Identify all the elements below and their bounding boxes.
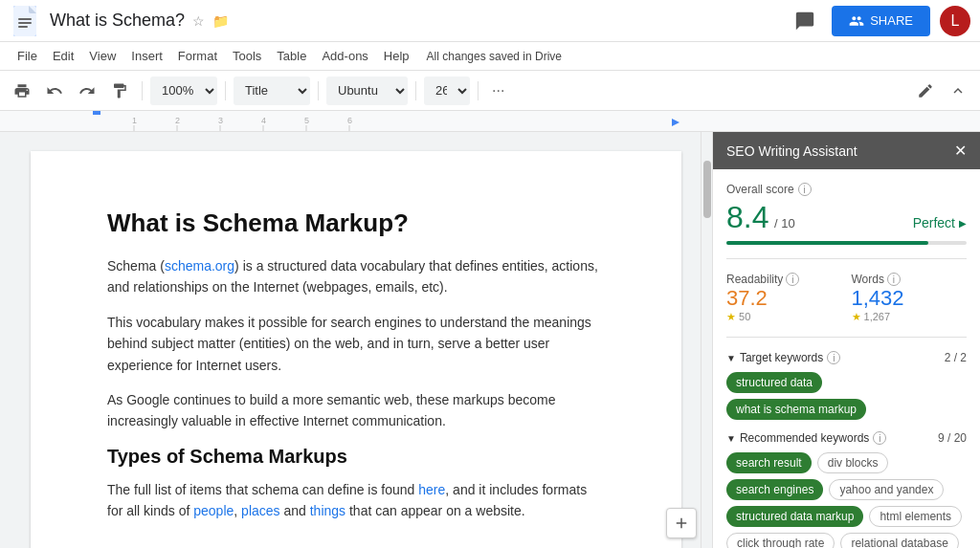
scrollbar-track[interactable] xyxy=(701,132,712,548)
target-keywords-count: 2 / 2 xyxy=(945,351,967,364)
score-denom: / 10 xyxy=(774,216,795,230)
doc-area[interactable]: What is Schema Markup? Schema (schema.or… xyxy=(0,132,712,548)
readability-info-icon[interactable]: i xyxy=(786,273,799,286)
seo-title: SEO Writing Assistant xyxy=(726,143,858,159)
print-button[interactable] xyxy=(8,78,36,103)
rec-tag-relational-database[interactable]: relational database xyxy=(840,533,958,548)
rec-tag-search-result[interactable]: search result xyxy=(726,452,812,473)
star-icon[interactable]: ☆ xyxy=(192,13,205,29)
recommended-keyword-tags: search result div blocks search engines … xyxy=(726,452,967,548)
menu-table[interactable]: Table xyxy=(269,45,314,67)
readability-label: Readability i xyxy=(726,273,842,286)
divider-4 xyxy=(415,81,416,100)
menu-file[interactable]: File xyxy=(10,45,45,67)
svg-text:3: 3 xyxy=(218,116,223,125)
svg-text:6: 6 xyxy=(347,116,352,125)
main-layout: What is Schema Markup? Schema (schema.or… xyxy=(0,132,980,548)
menu-bar: File Edit View Insert Format Tools Table… xyxy=(0,42,980,71)
svg-text:5: 5 xyxy=(304,116,309,125)
target-keywords-section: ▼ Target keywords i 2 / 2 structured dat… xyxy=(726,351,967,420)
recommended-keywords-section: ▼ Recommended keywords i 9 / 20 search r… xyxy=(726,431,967,548)
menu-addons[interactable]: Add-ons xyxy=(314,45,375,67)
things-link[interactable]: things xyxy=(310,503,345,518)
seo-header: SEO Writing Assistant ✕ xyxy=(713,132,980,169)
people-link[interactable]: people xyxy=(193,503,234,518)
title-info: What is Schema? ☆ 📁 xyxy=(50,11,788,31)
doc-title-text: What is Schema? xyxy=(50,11,185,31)
title-bar: What is Schema? ☆ 📁 SHARE L xyxy=(0,0,980,42)
collapse-button[interactable] xyxy=(944,78,972,103)
score-row: 8.4 / 10 Perfect ▶ xyxy=(726,200,967,235)
paint-format-button[interactable] xyxy=(105,78,134,103)
chevron-down-icon: ▼ xyxy=(726,353,736,363)
stats-row: Readability i 37.2 ★ 50 Words i xyxy=(726,273,967,338)
fontsize-select[interactable]: 26 12 14 18 24 xyxy=(424,77,470,105)
score-number: 8.4 xyxy=(726,200,768,234)
pencil-button[interactable] xyxy=(911,78,940,103)
font-select[interactable]: Ubuntu Arial Times New Roman xyxy=(326,77,408,105)
rec-tag-structured-data-markup[interactable]: structured data markup xyxy=(726,506,863,527)
doc-heading-2: Types of Schema Markups xyxy=(107,446,605,468)
overall-score-label: Overall score i xyxy=(726,183,967,196)
menu-edit[interactable]: Edit xyxy=(45,45,81,67)
add-button[interactable] xyxy=(666,508,697,538)
rec-tag-div-blocks[interactable]: div blocks xyxy=(817,452,889,473)
svg-text:1: 1 xyxy=(132,116,137,125)
share-label: SHARE xyxy=(870,13,913,28)
ruler: 1 2 3 4 5 6 xyxy=(0,111,980,132)
more-options-icon[interactable]: ··· xyxy=(486,78,510,103)
menu-format[interactable]: Format xyxy=(170,45,225,67)
target-tag-1[interactable]: what is schema markup xyxy=(726,399,866,420)
menu-help[interactable]: Help xyxy=(376,45,417,67)
words-info-icon[interactable]: i xyxy=(887,273,901,286)
folder-icon[interactable]: 📁 xyxy=(212,13,229,29)
target-keywords-info-icon[interactable]: i xyxy=(827,351,840,364)
seo-panel: SEO Writing Assistant ✕ Overall score i … xyxy=(712,132,980,548)
words-label: Words i xyxy=(852,273,968,286)
target-keyword-tags: structured data what is schema markup xyxy=(726,372,967,420)
rec-tag-html-elements[interactable]: html elements xyxy=(869,506,962,527)
share-button[interactable]: SHARE xyxy=(832,6,930,36)
overall-score-info-icon[interactable]: i xyxy=(798,183,812,196)
score-arrow-icon: ▶ xyxy=(959,218,967,229)
ruler-svg: 1 2 3 4 5 6 xyxy=(0,111,980,132)
menu-tools[interactable]: Tools xyxy=(225,45,269,67)
words-stat: Words i 1,432 ★ 1,267 xyxy=(852,273,968,323)
scrollbar-thumb[interactable] xyxy=(703,161,711,218)
menu-insert[interactable]: Insert xyxy=(123,45,170,67)
score-value-group: 8.4 / 10 xyxy=(726,200,795,235)
recommended-keywords-header[interactable]: ▼ Recommended keywords i 9 / 20 xyxy=(726,431,967,445)
schema-org-link[interactable]: schema.org xyxy=(165,258,234,274)
svg-rect-5 xyxy=(0,111,980,132)
doc-paragraph-4: The full list of items that schema can d… xyxy=(107,479,605,522)
target-tag-0[interactable]: structured data xyxy=(726,372,822,393)
divider-1 xyxy=(142,81,143,100)
doc-title-row: What is Schema? ☆ 📁 xyxy=(50,11,788,31)
words-value: 1,432 xyxy=(852,286,904,310)
score-section: Overall score i 8.4 / 10 Perfect ▶ xyxy=(726,183,967,259)
score-bar-fill xyxy=(726,241,928,245)
menu-view[interactable]: View xyxy=(81,45,123,67)
seo-body: Overall score i 8.4 / 10 Perfect ▶ xyxy=(713,169,980,548)
target-keywords-header[interactable]: ▼ Target keywords i 2 / 2 xyxy=(726,351,967,364)
zoom-select[interactable]: 100% 75% 125% xyxy=(150,77,217,105)
rec-tag-yahoo-yandex[interactable]: yahoo and yandex xyxy=(829,479,944,500)
rec-tag-click-through-rate[interactable]: click through rate xyxy=(726,533,835,548)
svg-rect-2 xyxy=(18,18,32,20)
avatar[interactable]: L xyxy=(940,6,970,36)
readability-value-row: 37.2 xyxy=(726,286,842,311)
comment-icon-button[interactable] xyxy=(788,4,822,38)
target-keywords-title: ▼ Target keywords i xyxy=(726,351,840,364)
divider-3 xyxy=(318,81,319,100)
divider-5 xyxy=(478,81,479,100)
autosave-status: All changes saved in Drive xyxy=(427,50,562,63)
places-link[interactable]: places xyxy=(241,503,279,518)
redo-button[interactable] xyxy=(73,78,101,103)
style-select[interactable]: Title Heading 1 Normal text xyxy=(234,77,310,105)
rec-tag-search-engines[interactable]: search engines xyxy=(726,479,823,500)
undo-button[interactable] xyxy=(40,78,69,103)
seo-close-button[interactable]: ✕ xyxy=(954,142,967,160)
recommended-keywords-info-icon[interactable]: i xyxy=(873,431,886,445)
doc-page: What is Schema Markup? Schema (schema.or… xyxy=(31,151,681,548)
here-link[interactable]: here xyxy=(418,482,445,497)
